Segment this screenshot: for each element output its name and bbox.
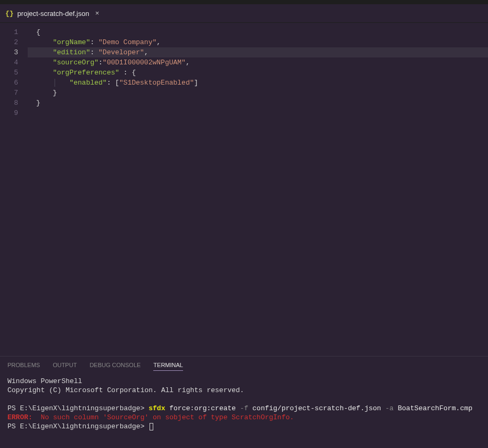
terminal-line: Windows PowerShell [7, 377, 481, 386]
code-line: } [28, 98, 488, 108]
terminal-line: PS E:\EigenX\lightningsuperbadge> sfdx f… [7, 404, 481, 413]
line-number-gutter: 1 2 3 4 5 6 7 8 9 [0, 23, 28, 356]
tab-output[interactable]: OUTPUT [53, 360, 77, 370]
tab-label: project-scratch-def.json [18, 10, 89, 18]
line-number: 3 [0, 47, 28, 57]
terminal-content[interactable]: Windows PowerShell Copyright (C) Microso… [0, 374, 488, 434]
tab-project-scratch-def[interactable]: {} project-scratch-def.json × [0, 4, 107, 22]
editor-tabbar: {} project-scratch-def.json × [0, 4, 488, 23]
tab-debug-console[interactable]: DEBUG CONSOLE [89, 360, 140, 370]
code-line: { [28, 27, 488, 37]
line-number: 5 [0, 68, 28, 78]
json-icon: {} [5, 10, 14, 18]
terminal-line: PS E:\EigenX\lightningsuperbadge> [7, 422, 481, 431]
line-number: 9 [0, 108, 28, 118]
line-number: 2 [0, 37, 28, 47]
terminal-cursor [150, 423, 153, 430]
tab-terminal[interactable]: TERMINAL [153, 360, 183, 371]
code-line: "orgPreferences" : { [28, 68, 488, 78]
line-number: 7 [0, 88, 28, 98]
window-titlebar [0, 0, 488, 4]
code-line: } [28, 88, 488, 98]
code-content[interactable]: { "orgName": "Demo Company", "edition": … [28, 23, 488, 356]
line-number: 6 [0, 78, 28, 88]
terminal-line: Copyright (C) Microsoft Corporation. All… [7, 386, 481, 395]
line-number: 4 [0, 57, 28, 68]
close-icon[interactable]: × [93, 9, 102, 19]
code-line: "edition": "Developer", [28, 47, 488, 57]
tab-problems[interactable]: PROBLEMS [7, 360, 40, 370]
panel-tabs: PROBLEMS OUTPUT DEBUG CONSOLE TERMINAL [0, 356, 488, 374]
line-number: 1 [0, 27, 28, 37]
terminal-line: ERROR: No such column 'SourceOrg' on sob… [7, 413, 481, 422]
line-number: 8 [0, 98, 28, 108]
panel: PROBLEMS OUTPUT DEBUG CONSOLE TERMINAL W… [0, 356, 488, 448]
code-line: "orgName": "Demo Company", [28, 37, 488, 47]
code-line: "sourceOrg":"00D1I000002wNPgUAM", [28, 57, 488, 68]
code-line: │ "enabled": ["S1DesktopEnabled"] [28, 78, 488, 88]
terminal-line [7, 395, 481, 404]
editor[interactable]: 1 2 3 4 5 6 7 8 9 { "orgName": "Demo Com… [0, 23, 488, 356]
